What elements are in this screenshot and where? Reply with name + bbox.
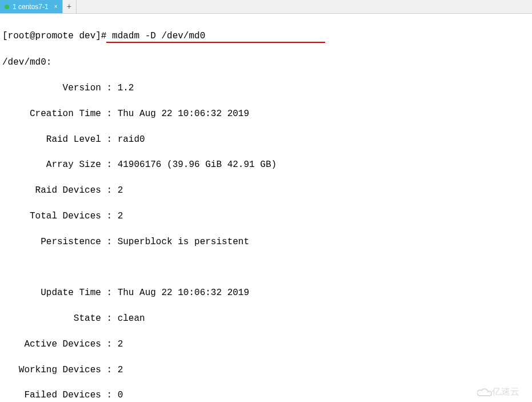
connection-status-icon <box>5 5 9 9</box>
cloud-icon <box>477 388 490 397</box>
watermark: 亿速云 <box>477 386 519 398</box>
shell-prompt: [root@promote dev]# <box>2 31 106 41</box>
terminal-output: [root@promote dev]# mdadm -D /dev/md0 /d… <box>0 14 532 402</box>
tab-bar: 1 centos7-1 × + <box>0 0 532 14</box>
tab-centos7-1[interactable]: 1 centos7-1 × <box>0 0 63 13</box>
field-raid-level: Raid Level : raid0 <box>2 133 530 146</box>
field-state: State : clean <box>2 312 530 325</box>
field-working-devices: Working Devices : 2 <box>2 364 530 376</box>
command-line: [root@promote dev]# mdadm -D /dev/md0 <box>2 30 530 43</box>
close-icon[interactable]: × <box>54 3 58 10</box>
field-failed-devices: Failed Devices : 0 <box>2 389 530 401</box>
plus-icon: + <box>67 2 71 11</box>
field-creation-time: Creation Time : Thu Aug 22 10:06:32 2019 <box>2 108 530 120</box>
field-version: Version : 1.2 <box>2 82 530 94</box>
field-persistence: Persistence : Superblock is persistent <box>2 236 530 248</box>
watermark-text: 亿速云 <box>492 386 519 398</box>
field-raid-devices: Raid Devices : 2 <box>2 184 530 197</box>
add-tab-button[interactable]: + <box>63 0 77 13</box>
device-path: /dev/md0: <box>2 56 530 69</box>
field-update-time: Update Time : Thu Aug 22 10:06:32 2019 <box>2 286 530 299</box>
field-total-devices: Total Devices : 2 <box>2 210 530 222</box>
tab-label: 1 centos7-1 <box>13 3 49 11</box>
field-active-devices: Active Devices : 2 <box>2 338 530 351</box>
command-text: mdadm -D /dev/md0 <box>106 31 205 43</box>
field-array-size: Array Size : 41906176 (39.96 GiB 42.91 G… <box>2 158 530 171</box>
